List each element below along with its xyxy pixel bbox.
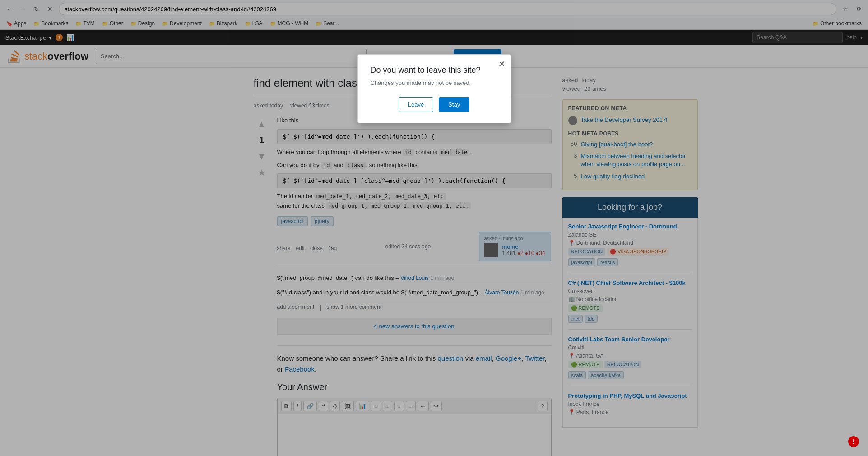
dialog-stay-button[interactable]: Stay	[439, 97, 469, 112]
dialog-title: Do you want to leave this site?	[371, 65, 498, 75]
dialog-box: ✕ Do you want to leave this site? Change…	[357, 54, 511, 123]
dialog-buttons: Leave Stay	[371, 97, 498, 112]
dialog-overlay: ✕ Do you want to leave this site? Change…	[0, 0, 868, 456]
dialog-text: Changes you made may not be saved.	[371, 79, 498, 86]
dialog-close-button[interactable]: ✕	[498, 59, 505, 69]
dialog-leave-button[interactable]: Leave	[399, 97, 433, 112]
alert-icon[interactable]: !	[848, 436, 859, 447]
